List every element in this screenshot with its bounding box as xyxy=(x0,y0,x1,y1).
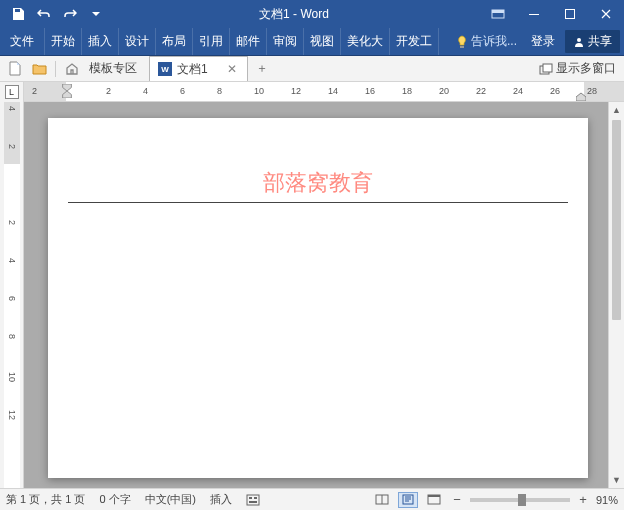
read-mode-icon xyxy=(375,494,389,505)
ruler-mark: 12 xyxy=(291,86,301,96)
status-page[interactable]: 第 1 页，共 1 页 xyxy=(6,492,85,507)
ruler-mark: 10 xyxy=(254,86,264,96)
vruler-mark: 4 xyxy=(7,258,17,263)
login-button[interactable]: 登录 xyxy=(525,33,561,50)
scroll-up-button[interactable]: ▲ xyxy=(609,102,624,118)
scroll-down-button[interactable]: ▼ xyxy=(609,472,624,488)
tab-view[interactable]: 视图 xyxy=(304,28,341,55)
vertical-scrollbar[interactable]: ▲ ▼ xyxy=(608,102,624,488)
status-word-count[interactable]: 0 个字 xyxy=(99,492,130,507)
svg-rect-8 xyxy=(247,495,259,505)
status-insert-mode[interactable]: 插入 xyxy=(210,492,232,507)
page-header[interactable]: 部落窝教育 xyxy=(68,168,568,203)
ruler-mark: 16 xyxy=(365,86,375,96)
document-icon xyxy=(9,61,22,76)
vruler-mark: 12 xyxy=(7,410,17,420)
title-bar: 文档1 - Word xyxy=(0,0,624,28)
new-tab-button[interactable]: ＋ xyxy=(252,59,272,79)
svg-rect-10 xyxy=(254,497,257,499)
indent-marker[interactable] xyxy=(62,84,72,98)
ruler-mark: 2 xyxy=(32,86,37,96)
window-controls xyxy=(480,0,624,28)
tab-selector[interactable]: L xyxy=(0,82,24,102)
save-button[interactable] xyxy=(6,2,30,26)
share-button[interactable]: 共享 xyxy=(565,30,620,53)
workspace: 4224681012 部落窝教育 ▲ ▼ xyxy=(0,102,624,488)
view-read-mode[interactable] xyxy=(372,492,392,508)
home-icon xyxy=(65,62,79,75)
ribbon-tabs: 文件 开始 插入 设计 布局 引用 邮件 审阅 视图 美化大 开发工 告诉我..… xyxy=(0,28,624,56)
tab-developer[interactable]: 开发工 xyxy=(390,28,439,55)
zoom-level[interactable]: 91% xyxy=(596,494,618,506)
document-tab-bar: 模板专区 W 文档1 ✕ ＋ 显示多窗口 xyxy=(0,56,624,82)
svg-rect-3 xyxy=(566,10,575,19)
undo-button[interactable] xyxy=(32,2,56,26)
status-bar: 第 1 页，共 1 页 0 个字 中文(中国) 插入 − + 91% xyxy=(0,488,624,510)
right-indent-marker[interactable] xyxy=(576,90,586,102)
template-zone-label[interactable]: 模板专区 xyxy=(85,60,141,77)
tab-layout[interactable]: 布局 xyxy=(156,28,193,55)
vertical-ruler[interactable]: 4224681012 xyxy=(0,102,24,488)
tab-home[interactable]: 开始 xyxy=(45,28,82,55)
multi-window-button[interactable]: 显示多窗口 xyxy=(539,60,616,77)
ruler-mark: 4 xyxy=(143,86,148,96)
tab-references[interactable]: 引用 xyxy=(193,28,230,55)
view-web-layout[interactable] xyxy=(424,492,444,508)
tab-beautify[interactable]: 美化大 xyxy=(341,28,390,55)
ruler-mark: 20 xyxy=(439,86,449,96)
redo-button[interactable] xyxy=(58,2,82,26)
zoom-in-button[interactable]: + xyxy=(576,492,590,507)
share-icon xyxy=(573,36,585,48)
minimize-button[interactable] xyxy=(516,0,552,28)
zoom-slider[interactable] xyxy=(470,498,570,502)
zoom-slider-handle[interactable] xyxy=(518,494,526,506)
vruler-mark: 8 xyxy=(7,334,17,339)
status-macro-button[interactable] xyxy=(246,494,260,506)
svg-rect-1 xyxy=(492,10,504,13)
close-button[interactable] xyxy=(588,0,624,28)
multi-window-icon xyxy=(539,63,553,75)
page[interactable]: 部落窝教育 xyxy=(48,118,588,478)
document-tab-close[interactable]: ✕ xyxy=(225,62,239,76)
print-layout-icon xyxy=(401,494,415,505)
vruler-mark: 10 xyxy=(7,372,17,382)
ruler-mark: 14 xyxy=(328,86,338,96)
status-language[interactable]: 中文(中国) xyxy=(145,492,196,507)
scroll-thumb[interactable] xyxy=(612,120,621,320)
tell-me-placeholder: 告诉我... xyxy=(471,33,517,50)
ruler-mark: 18 xyxy=(402,86,412,96)
ruler-mark: 6 xyxy=(180,86,185,96)
svg-rect-4 xyxy=(460,46,464,48)
nav-new-doc-button[interactable] xyxy=(4,59,26,79)
web-layout-icon xyxy=(427,494,441,505)
ruler-mark: 26 xyxy=(550,86,560,96)
view-print-layout[interactable] xyxy=(398,492,418,508)
tab-review[interactable]: 审阅 xyxy=(267,28,304,55)
document-canvas[interactable]: 部落窝教育 xyxy=(24,102,608,488)
svg-rect-2 xyxy=(529,14,539,15)
maximize-button[interactable] xyxy=(552,0,588,28)
tab-insert[interactable]: 插入 xyxy=(82,28,119,55)
ruler-mark: 22 xyxy=(476,86,486,96)
horizontal-ruler[interactable]: 2246810121416182022242628 xyxy=(24,82,624,102)
vruler-mark: 2 xyxy=(7,144,17,149)
tell-me-search[interactable]: 告诉我... xyxy=(452,33,521,50)
ruler-mark: 28 xyxy=(587,86,597,96)
nav-open-button[interactable] xyxy=(28,59,50,79)
nav-home-button[interactable] xyxy=(61,59,83,79)
tab-file[interactable]: 文件 xyxy=(0,28,45,55)
tab-mailings[interactable]: 邮件 xyxy=(230,28,267,55)
ribbon-display-button[interactable] xyxy=(480,0,516,28)
multi-window-label: 显示多窗口 xyxy=(556,60,616,77)
maximize-icon xyxy=(564,8,576,20)
svg-point-5 xyxy=(577,38,581,42)
tab-design[interactable]: 设计 xyxy=(119,28,156,55)
minimize-icon xyxy=(528,8,540,20)
ruler-mark: 24 xyxy=(513,86,523,96)
qat-customize-button[interactable] xyxy=(84,2,108,26)
share-label: 共享 xyxy=(588,33,612,50)
svg-rect-19 xyxy=(428,495,440,497)
zoom-out-button[interactable]: − xyxy=(450,492,464,507)
document-tab[interactable]: W 文档1 ✕ xyxy=(149,56,248,81)
document-tab-name: 文档1 xyxy=(177,61,208,78)
